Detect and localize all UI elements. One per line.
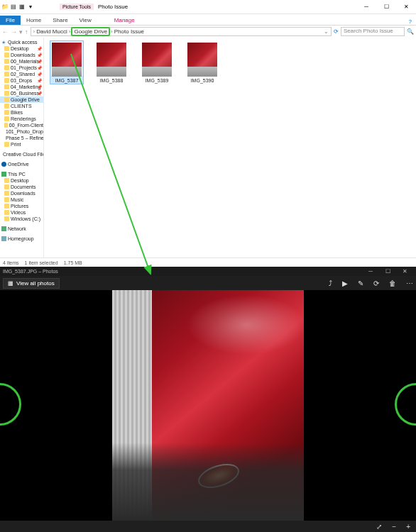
history-dropdown-icon[interactable]: ⌄ <box>324 28 329 35</box>
minimize-button[interactable]: ─ <box>356 1 376 13</box>
photos-toolbar: ▦ View all photos ⤴ ▶ ✎ ⟳ 🗑 ⋯ <box>0 276 416 290</box>
tree-item[interactable]: 02_Shared📌 <box>0 71 43 77</box>
maximize-button[interactable]: ☐ <box>376 1 396 13</box>
file-thumb[interactable]: IMG_5389 <box>141 42 173 83</box>
nav-tree[interactable]: ★Quick access Desktop📌 Downloads📌 00_Mat… <box>0 38 44 257</box>
view-all-button[interactable]: ▦ View all photos <box>3 278 60 289</box>
back-button[interactable]: ← <box>2 28 9 35</box>
tab-view[interactable]: View <box>74 16 97 25</box>
file-explorer-window: 📁 ▤ ▦ ▾ Picture Tools Photo Issue ─ ☐ ✕ … <box>0 0 416 267</box>
status-selected: 1 item selected <box>25 260 58 265</box>
tab-home[interactable]: Home <box>21 16 47 25</box>
tree-homegroup[interactable]: Homegroup <box>0 235 43 242</box>
tree-item[interactable]: Documents <box>0 184 43 190</box>
tab-share[interactable]: Share <box>47 16 73 25</box>
tree-item[interactable]: CLIENTS <box>0 103 43 109</box>
quick-access-toolbar: 📁 ▤ ▦ ▾ <box>0 4 34 11</box>
new-folder-icon[interactable]: ▦ <box>18 4 26 11</box>
tree-network[interactable]: Network <box>0 226 43 232</box>
tree-item[interactable]: Music <box>0 196 43 203</box>
tree-item[interactable]: Pictures <box>0 203 43 209</box>
breadcrumb[interactable]: › David Mucci › Google Drive › Photo Iss… <box>31 27 332 36</box>
close-button[interactable]: ✕ <box>396 1 416 13</box>
tree-thispc[interactable]: This PC <box>0 171 43 177</box>
ribbon-tabs: File Home Share View Manage ? <box>0 14 416 26</box>
tree-item[interactable]: Renderings <box>0 116 43 122</box>
context-tab-group: Picture Tools Photo Issue <box>60 4 128 10</box>
tree-item[interactable]: Phase 5 – Refine <box>0 135 43 141</box>
photos-title: IMG_5387.JPG – Photos <box>3 269 58 274</box>
window-title: Photo Issue <box>95 4 128 10</box>
zoom-out-icon[interactable]: − <box>392 523 396 531</box>
minimize-button[interactable]: ─ <box>362 268 379 275</box>
grid-icon: ▦ <box>8 280 13 287</box>
tree-item[interactable]: 00_From-Client <box>0 122 43 128</box>
tree-item[interactable]: 101_Photo_Drop_07 <box>0 128 43 135</box>
rotate-icon[interactable]: ⟳ <box>373 279 379 287</box>
recent-dropdown-icon[interactable]: ▾ <box>19 28 23 35</box>
tab-manage[interactable]: Manage <box>109 16 141 25</box>
tree-item[interactable]: 05_Business📌 <box>0 90 43 96</box>
crumb-google-drive[interactable]: Google Drive <box>71 27 110 36</box>
refresh-icon[interactable]: ⟳ <box>334 28 339 35</box>
close-button[interactable]: ✕ <box>396 268 413 275</box>
photo-image <box>112 290 304 521</box>
tree-item[interactable]: 01_Projects📌 <box>0 65 43 71</box>
search-input[interactable]: Search Photo Issue <box>341 27 405 36</box>
photo-stage[interactable] <box>0 290 416 521</box>
tree-item[interactable]: Downloads📌 <box>0 52 43 58</box>
tree-google-drive[interactable]: Google Drive <box>0 96 43 103</box>
maximize-button[interactable]: ☐ <box>379 268 396 275</box>
tree-quick-access[interactable]: ★Quick access <box>0 39 43 45</box>
tree-item[interactable]: Print <box>0 141 43 148</box>
search-icon[interactable]: 🔍 <box>407 28 414 35</box>
tree-item[interactable]: Desktop📌 <box>0 45 43 52</box>
file-thumb[interactable]: IMG_5388 <box>95 42 128 83</box>
help-icon[interactable]: ? <box>405 18 416 25</box>
tree-item[interactable]: Videos <box>0 209 43 216</box>
file-thumb[interactable]: IMG_5387 <box>50 41 83 84</box>
edit-icon[interactable]: ✎ <box>358 279 363 287</box>
photo-detail <box>195 459 242 492</box>
properties-icon[interactable]: ▤ <box>10 4 17 11</box>
slideshow-icon[interactable]: ▶ <box>342 279 348 287</box>
more-icon[interactable]: ⋯ <box>406 279 413 287</box>
tree-item[interactable]: 03_Drops📌 <box>0 77 43 84</box>
status-bar: 4 items 1 item selected 1.75 MB <box>0 257 416 267</box>
tree-item[interactable]: 00_Materials📌 <box>0 58 43 65</box>
up-button[interactable]: ↑ <box>25 28 28 35</box>
explorer-titlebar: 📁 ▤ ▦ ▾ Picture Tools Photo Issue ─ ☐ ✕ <box>0 0 416 14</box>
explorer-window-controls: ─ ☐ ✕ <box>356 1 416 13</box>
file-thumb[interactable]: IMG_5390 <box>186 42 219 83</box>
share-icon[interactable]: ⤴ <box>329 279 332 287</box>
photos-titlebar: IMG_5387.JPG – Photos ─ ☐ ✕ <box>0 267 416 276</box>
forward-button[interactable]: → <box>11 28 17 35</box>
fit-icon[interactable]: ⤢ <box>376 523 382 531</box>
delete-icon[interactable]: 🗑 <box>389 279 396 287</box>
tree-item[interactable]: Windows (C:) <box>0 216 43 222</box>
photos-footer: ⤢ − + <box>0 521 416 532</box>
tree-item[interactable]: Desktop <box>0 177 43 184</box>
crumb-user[interactable]: David Mucci <box>36 28 67 35</box>
tab-file[interactable]: File <box>0 16 21 25</box>
photos-window: IMG_5387.JPG – Photos ─ ☐ ✕ ▦ View all p… <box>0 267 416 532</box>
status-size: 1.75 MB <box>64 260 82 265</box>
address-bar-row: ← → ▾ ↑ › David Mucci › Google Drive › P… <box>0 26 416 38</box>
tree-onedrive[interactable]: OneDrive <box>0 161 43 167</box>
tree-ccf[interactable]: Creative Cloud Files <box>0 151 43 157</box>
zoom-in-icon[interactable]: + <box>406 523 410 531</box>
tree-item[interactable]: 04_Marketing📌 <box>0 84 43 90</box>
picture-tools-label: Picture Tools <box>60 4 94 10</box>
chevron-icon[interactable]: › <box>33 28 35 35</box>
tree-item[interactable]: Downloads <box>0 190 43 196</box>
status-count: 4 items <box>3 260 19 265</box>
crumb-folder[interactable]: Photo Issue <box>114 28 144 35</box>
tree-item[interactable]: Bikes <box>0 109 43 116</box>
qat-dropdown-icon[interactable]: ▾ <box>27 4 34 11</box>
file-list[interactable]: IMG_5387 IMG_5388 IMG_5389 IMG_5390 <box>44 38 416 257</box>
folder-icon: 📁 <box>1 4 9 11</box>
